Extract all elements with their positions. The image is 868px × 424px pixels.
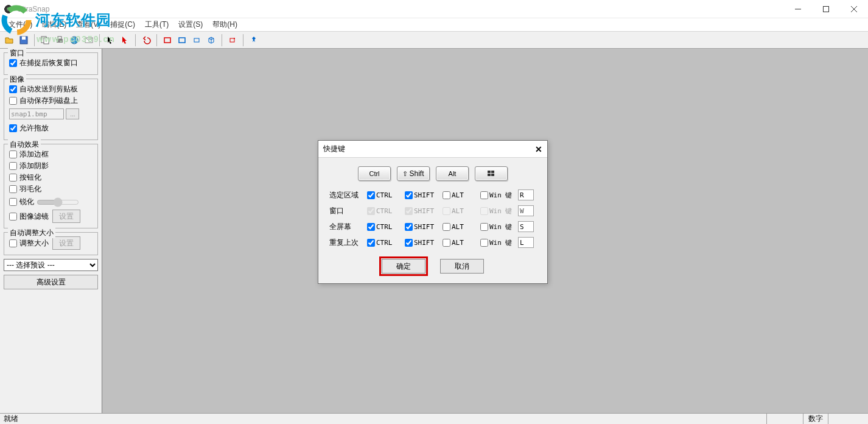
advanced-settings-button[interactable]: 高级设置: [4, 275, 98, 289]
key-input[interactable]: [518, 205, 534, 216]
alt-check[interactable]: ALT: [443, 191, 478, 199]
window-group: 窗口 在捕捉后恢复窗口: [4, 52, 98, 75]
alt-key-button[interactable]: Alt: [436, 166, 469, 181]
open-icon[interactable]: [2, 34, 16, 47]
sharpen-check[interactable]: 锐化: [9, 197, 34, 207]
filter-settings-button[interactable]: 设置: [52, 210, 80, 223]
key-input[interactable]: [518, 221, 534, 232]
auto-clipboard-check[interactable]: 自动发送到剪贴板: [9, 84, 93, 94]
alt-check[interactable]: ALT: [443, 223, 478, 231]
filename-input[interactable]: [9, 108, 64, 119]
svg-rect-20: [488, 171, 491, 173]
auto-save-check[interactable]: 自动保存到磁盘上: [9, 96, 93, 106]
ok-button[interactable]: 确定: [382, 259, 425, 274]
row-label: 重复上次: [329, 238, 365, 248]
shortcuts-dialog: 快捷键 ✕ Ctrl ⇧ Shift Alt 选定区域 CTRL SHIFT A…: [318, 140, 548, 284]
shift-check[interactable]: SHIFT: [405, 239, 440, 247]
add-border-check[interactable]: 添加边框: [9, 149, 93, 160]
alt-check[interactable]: ALT: [443, 239, 478, 247]
svg-rect-22: [488, 174, 491, 176]
pin-icon[interactable]: [247, 34, 261, 47]
svg-rect-15: [164, 38, 170, 43]
menu-view[interactable]: 查看(V): [71, 18, 105, 31]
watermark-url: www.pc0359.cn: [37, 34, 116, 44]
svg-rect-16: [179, 38, 185, 43]
status-num: 数字: [803, 414, 828, 424]
shortcut-row: 选定区域 CTRL SHIFT ALT Win 键: [329, 189, 536, 200]
app-icon: [4, 4, 13, 14]
dialog-titlebar: 快捷键 ✕: [318, 141, 547, 158]
menu-settings[interactable]: 设置(S): [173, 18, 208, 31]
svg-rect-17: [194, 38, 199, 42]
allow-drag-check[interactable]: 允许拖放: [9, 123, 93, 133]
toolbar: [0, 32, 868, 49]
svg-rect-21: [491, 171, 494, 173]
menu-tools[interactable]: 工具(T): [140, 18, 173, 31]
row-label: 全屏幕: [329, 222, 365, 232]
alt-check[interactable]: ALT: [443, 207, 478, 215]
menu-help[interactable]: 帮助(H): [208, 18, 242, 31]
auto-effect-group: 自动效果 添加边框 添加阴影 按钮化 羽毛化 锐化 图像滤镜设置: [4, 144, 98, 228]
rect-red-icon[interactable]: [161, 34, 174, 47]
add-shadow-check[interactable]: 添加阴影: [9, 161, 93, 171]
buttonize-check[interactable]: 按钮化: [9, 172, 93, 183]
svg-rect-18: [230, 38, 234, 42]
restore-window-check[interactable]: 在捕捉后恢复窗口: [9, 58, 93, 68]
preset-select[interactable]: --- 选择预设 ---: [4, 259, 98, 271]
close-button[interactable]: [840, 0, 868, 18]
shortcut-row: 窗口 CTRL SHIFT ALT Win 键: [329, 205, 536, 216]
key-input[interactable]: [518, 237, 534, 248]
auto-resize-title: 自动调整大小: [8, 228, 55, 238]
rect-small-icon[interactable]: [190, 34, 203, 47]
cube-icon[interactable]: [205, 34, 218, 47]
titlebar: UltraSnap: [0, 0, 868, 18]
feather-check[interactable]: 羽毛化: [9, 184, 93, 194]
status-cell-3: [828, 414, 864, 424]
win-key-button[interactable]: [475, 166, 508, 181]
status-cell-1: [766, 414, 803, 424]
row-label: 选定区域: [329, 190, 365, 200]
sharpen-slider[interactable]: [37, 197, 79, 207]
svg-rect-23: [491, 174, 494, 176]
rect-blue-icon[interactable]: [175, 34, 189, 47]
undo-icon[interactable]: [139, 34, 153, 47]
menu-edit[interactable]: 编辑(E): [37, 18, 71, 31]
save-icon[interactable]: [17, 34, 30, 47]
win-check[interactable]: Win 键: [480, 238, 516, 247]
image-group-title: 图像: [8, 74, 26, 85]
ctrl-check[interactable]: CTRL: [367, 223, 402, 231]
ctrl-check[interactable]: CTRL: [367, 191, 402, 199]
auto-resize-group: 自动调整大小 调整大小设置: [4, 232, 98, 255]
shift-check[interactable]: SHIFT: [405, 191, 440, 199]
win-check[interactable]: Win 键: [480, 191, 516, 200]
crop-icon[interactable]: [226, 34, 239, 47]
dialog-title: 快捷键: [323, 144, 345, 154]
shortcut-row: 重复上次 CTRL SHIFT ALT Win 键: [329, 237, 536, 248]
maximize-button[interactable]: [812, 0, 840, 18]
ctrl-key-button[interactable]: Ctrl: [358, 166, 391, 181]
win-check[interactable]: Win 键: [480, 207, 516, 216]
shift-key-button[interactable]: ⇧ Shift: [397, 166, 430, 181]
cursor-red-icon[interactable]: [118, 34, 131, 47]
statusbar: 就绪 数字: [0, 413, 868, 424]
resize-settings-button[interactable]: 设置: [52, 236, 80, 250]
shift-check[interactable]: SHIFT: [405, 207, 440, 215]
win-check[interactable]: Win 键: [480, 222, 516, 231]
dialog-close-icon[interactable]: ✕: [535, 144, 542, 154]
minimize-button[interactable]: [784, 0, 812, 18]
ctrl-check[interactable]: CTRL: [367, 239, 402, 247]
ctrl-check[interactable]: CTRL: [367, 207, 402, 215]
sidebar: 窗口 在捕捉后恢复窗口 图像 自动发送到剪贴板 自动保存到磁盘上 ... 允许拖…: [0, 49, 102, 413]
menu-capture[interactable]: 捕捉(C): [105, 18, 140, 31]
shift-check[interactable]: SHIFT: [405, 223, 440, 231]
resize-check[interactable]: 调整大小: [9, 238, 49, 249]
key-input[interactable]: [518, 189, 534, 200]
cancel-button[interactable]: 取消: [440, 259, 484, 274]
browse-button[interactable]: ...: [66, 108, 79, 119]
shortcut-row: 全屏幕 CTRL SHIFT ALT Win 键: [329, 221, 536, 232]
svg-rect-4: [824, 6, 829, 12]
image-group: 图像 自动发送到剪贴板 自动保存到磁盘上 ... 允许拖放: [4, 79, 98, 140]
menu-file[interactable]: 文件(F): [4, 18, 37, 31]
menubar: 文件(F) 编辑(E) 查看(V) 捕捉(C) 工具(T) 设置(S) 帮助(H…: [0, 18, 868, 32]
filter-check[interactable]: 图像滤镜: [9, 211, 49, 222]
